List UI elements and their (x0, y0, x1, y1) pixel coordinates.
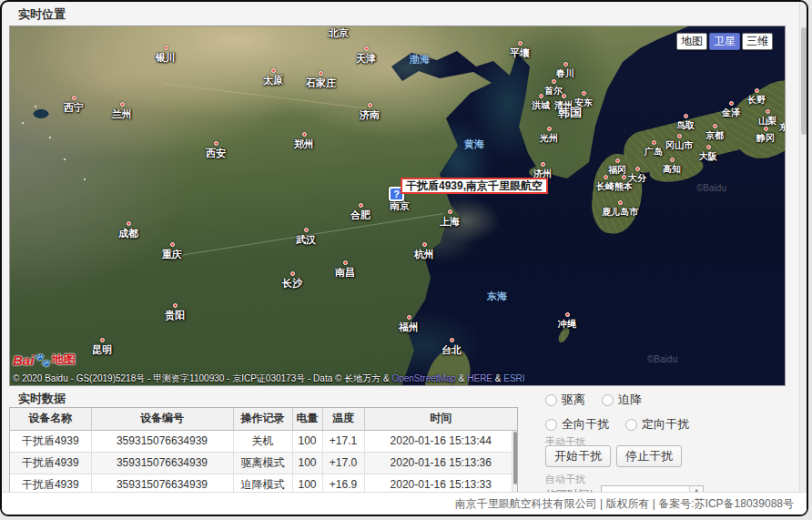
page-scrollbar[interactable] (799, 2, 807, 515)
radio-icon[interactable] (602, 394, 614, 406)
start-jam-button[interactable]: 开始干扰 (545, 445, 611, 467)
label-text: 韩国 (558, 105, 582, 121)
city-dot-icon (547, 127, 552, 131)
openstreetmap-link[interactable]: OpenStreetMap (391, 373, 456, 383)
city-label: 韩国 (558, 105, 582, 121)
radio-omni-jam[interactable]: 全向干扰 (545, 416, 609, 433)
page-scrollbar-thumb[interactable] (801, 27, 807, 135)
city-label: 洪城 (532, 94, 550, 112)
table-cell: 2020-01-16 15:13:36 (364, 452, 517, 474)
radio-icon[interactable] (545, 394, 557, 406)
city-label: 石家庄 (306, 71, 336, 90)
map-type-satellite[interactable]: 卫星 (709, 33, 740, 50)
map-attribution: © 2020 Baidu - GS(2019)5218号 - 甲测资字11009… (13, 372, 525, 385)
radio-label: 全向干扰 (562, 416, 609, 433)
attr-sep: & (492, 373, 503, 383)
city-dot-icon (214, 141, 218, 146)
changdi-link[interactable]: 长地万方 (344, 373, 381, 383)
label-text: 黄海 (464, 138, 484, 151)
city-label: 银川 (156, 46, 176, 65)
baidu-map[interactable]: 北京天津渤海石家庄济南银川太原西宁兰州西安郑州平壤春川首尔洪城清州安东韩国黄海光… (9, 25, 786, 386)
label-text: 重庆 (162, 248, 182, 261)
label-text: 台北 (442, 343, 462, 357)
map-type-map[interactable]: 地图 (676, 33, 707, 50)
city-dot-icon (364, 46, 369, 51)
esri-link[interactable]: ESRI (503, 373, 524, 383)
device-log-table: 设备名称 设备编号 操作记录 电量 温度 时间 干扰盾4939359315076… (9, 407, 518, 500)
city-label: 武汉 (296, 228, 316, 247)
table-cell: 2020-01-16 15:13:44 (364, 430, 517, 452)
table-cell: 359315076634939 (91, 452, 233, 474)
radio-directional-jam[interactable]: 定向干扰 (625, 416, 689, 433)
city-dot-icon (684, 114, 688, 118)
attr-sep: & (456, 373, 467, 383)
city-dot-icon (563, 62, 568, 66)
table-row[interactable]: 干扰盾4939359315076634939关机100+17.12020-01-… (10, 430, 517, 452)
city-label: 太原 (263, 68, 283, 87)
label-text: 郑州 (294, 138, 314, 151)
table-row[interactable]: 干扰盾4939359315076634939驱离模式100+17.02020-0… (10, 452, 517, 474)
radio-icon[interactable] (625, 419, 637, 431)
here-link[interactable]: HERE (467, 373, 492, 383)
label-text: 鹿儿岛市 (602, 206, 638, 219)
city-label: 静冈 (756, 127, 775, 145)
label-text: 金泽 (722, 107, 740, 119)
table-scrollbar-thumb[interactable] (513, 432, 517, 484)
city-dot-icon (729, 101, 734, 106)
table-cell: +17.1 (322, 430, 364, 452)
label-text: 天津 (356, 52, 376, 66)
city-dot-icon (72, 96, 76, 100)
jam-buttons: 开始干扰 停止干扰 (545, 445, 682, 467)
col-device-id: 设备编号 (91, 408, 233, 430)
radio-icon[interactable] (545, 419, 557, 431)
auto-jam-label: 自动干扰 (545, 473, 585, 486)
label-text: ©Baidu (647, 354, 677, 364)
city-dot-icon (635, 167, 640, 171)
radio-label: 定向干扰 (642, 416, 689, 433)
city-label: 冈山市 (665, 134, 693, 152)
label-text: 南京 (390, 199, 410, 213)
col-time: 时间 (364, 408, 517, 430)
label-text: 鸟取 (676, 119, 695, 132)
attr-sep: & (381, 373, 391, 383)
label-text: 春川 (556, 67, 574, 80)
city-label: 杭州 (414, 242, 434, 261)
city-label: 大阪 (699, 145, 717, 163)
city-dot-icon (422, 242, 427, 247)
city-label: 天津 (356, 46, 376, 66)
city-label: 贵阳 (165, 303, 185, 322)
city-dot-icon (164, 46, 168, 50)
radio-label: 驱离 (562, 392, 585, 408)
label-text: 广岛 (645, 146, 663, 158)
label-text: 平壤 (510, 46, 530, 60)
baidu-logo-text: Bai (13, 352, 34, 368)
label-text: 渤海 (410, 53, 430, 66)
action-mode-group: 驱离 迫降 (545, 392, 642, 408)
city-label: 西宁 (64, 96, 84, 115)
city-dot-icon (604, 175, 608, 179)
city-dot-icon (755, 88, 759, 93)
city-dot-icon (670, 158, 675, 162)
radio-drive-away[interactable]: 驱离 (545, 392, 585, 408)
radio-force-landing[interactable]: 迫降 (602, 392, 642, 408)
baidu-map-text: 地图 (52, 352, 76, 368)
map-type-3d[interactable]: 三维 (742, 33, 773, 50)
radio-label: 迫降 (618, 392, 642, 408)
city-dot-icon (565, 312, 570, 317)
city-dot-icon (552, 79, 556, 84)
city-dot-icon (304, 228, 309, 232)
city-dot-icon (677, 134, 682, 138)
city-dot-icon (100, 338, 105, 342)
city-label: 成都 (118, 221, 138, 240)
attribution-text: © 2020 Baidu - GS(2019)5218号 - 甲测资字11009… (13, 373, 344, 383)
label-text: 贵阳 (165, 309, 185, 322)
label-text: 东京 (779, 121, 786, 134)
table-scrollbar[interactable] (512, 431, 517, 499)
label-text: 西安 (206, 147, 226, 160)
sea-label: 渤海 (410, 53, 430, 66)
baidu-paw-icon: 🐾 (35, 352, 50, 367)
city-label: 山梨 (758, 109, 776, 127)
stop-jam-button[interactable]: 停止干扰 (616, 445, 682, 467)
label-text: 成都 (118, 227, 138, 240)
city-dot-icon (407, 315, 411, 320)
